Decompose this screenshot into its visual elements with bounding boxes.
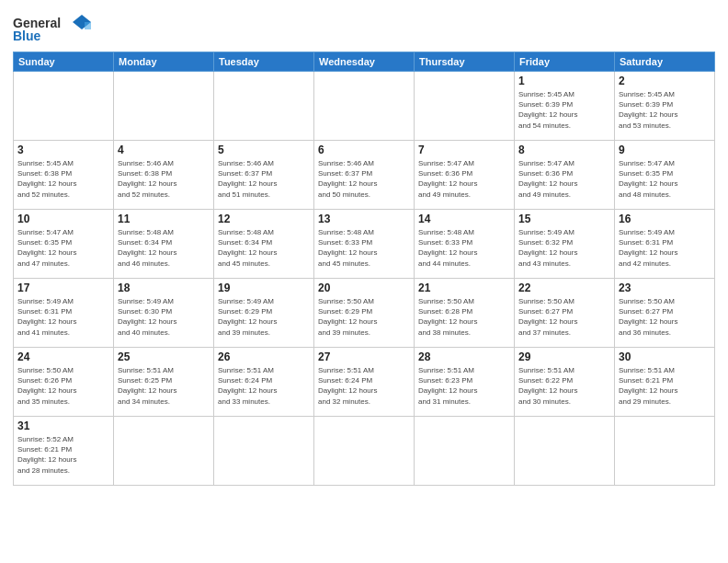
day-number: 10 <box>17 213 109 225</box>
calendar-cell: 6Sunrise: 5:46 AM Sunset: 6:37 PM Daylig… <box>314 141 415 210</box>
day-number: 26 <box>218 350 310 363</box>
day-info: Sunrise: 5:51 AM Sunset: 6:21 PM Dayligh… <box>619 365 711 407</box>
calendar-cell: 11Sunrise: 5:48 AM Sunset: 6:34 PM Dayli… <box>114 210 214 279</box>
calendar-cell <box>314 72 415 141</box>
day-number: 24 <box>17 350 109 363</box>
calendar-cell: 23Sunrise: 5:50 AM Sunset: 6:27 PM Dayli… <box>615 279 715 348</box>
svg-text:Blue: Blue <box>13 29 41 43</box>
day-info: Sunrise: 5:51 AM Sunset: 6:22 PM Dayligh… <box>518 365 610 407</box>
page: General Blue SundayMondayTuesdayWednesda… <box>0 0 728 563</box>
week-row-2: 3Sunrise: 5:45 AM Sunset: 6:38 PM Daylig… <box>14 141 715 210</box>
calendar-cell: 21Sunrise: 5:50 AM Sunset: 6:28 PM Dayli… <box>415 279 515 348</box>
day-info: Sunrise: 5:48 AM Sunset: 6:34 PM Dayligh… <box>118 227 210 269</box>
calendar-cell: 26Sunrise: 5:51 AM Sunset: 6:24 PM Dayli… <box>214 348 314 417</box>
day-number: 13 <box>318 213 410 225</box>
calendar-cell <box>214 72 314 141</box>
day-number: 8 <box>518 144 610 156</box>
day-info: Sunrise: 5:50 AM Sunset: 6:26 PM Dayligh… <box>17 365 109 407</box>
day-number: 25 <box>118 350 210 363</box>
day-number: 1 <box>518 75 610 87</box>
day-number: 29 <box>518 350 610 363</box>
day-number: 4 <box>118 144 210 156</box>
calendar-cell: 3Sunrise: 5:45 AM Sunset: 6:38 PM Daylig… <box>14 141 114 210</box>
calendar-cell: 25Sunrise: 5:51 AM Sunset: 6:25 PM Dayli… <box>114 348 214 417</box>
calendar-cell: 20Sunrise: 5:50 AM Sunset: 6:29 PM Dayli… <box>314 279 415 348</box>
calendar-cell <box>515 417 615 486</box>
day-number: 20 <box>318 282 410 294</box>
day-number: 3 <box>17 144 109 156</box>
day-info: Sunrise: 5:50 AM Sunset: 6:29 PM Dayligh… <box>318 296 410 338</box>
day-number: 22 <box>518 282 610 294</box>
calendar-cell: 5Sunrise: 5:46 AM Sunset: 6:37 PM Daylig… <box>214 141 314 210</box>
calendar-cell <box>114 417 214 486</box>
calendar-cell: 22Sunrise: 5:50 AM Sunset: 6:27 PM Dayli… <box>515 279 615 348</box>
calendar-cell: 18Sunrise: 5:49 AM Sunset: 6:30 PM Dayli… <box>114 279 214 348</box>
day-info: Sunrise: 5:47 AM Sunset: 6:36 PM Dayligh… <box>518 158 610 200</box>
day-number: 30 <box>619 350 711 363</box>
calendar-cell <box>14 72 114 141</box>
week-row-3: 10Sunrise: 5:47 AM Sunset: 6:35 PM Dayli… <box>14 210 715 279</box>
col-header-friday: Friday <box>515 52 615 72</box>
calendar-cell: 16Sunrise: 5:49 AM Sunset: 6:31 PM Dayli… <box>615 210 715 279</box>
day-info: Sunrise: 5:48 AM Sunset: 6:34 PM Dayligh… <box>218 227 310 269</box>
week-row-5: 24Sunrise: 5:50 AM Sunset: 6:26 PM Dayli… <box>14 348 715 417</box>
calendar-cell: 29Sunrise: 5:51 AM Sunset: 6:22 PM Dayli… <box>515 348 615 417</box>
logo-area: General Blue <box>13 9 96 46</box>
calendar-cell: 9Sunrise: 5:47 AM Sunset: 6:35 PM Daylig… <box>615 141 715 210</box>
calendar-cell: 19Sunrise: 5:49 AM Sunset: 6:29 PM Dayli… <box>214 279 314 348</box>
day-info: Sunrise: 5:51 AM Sunset: 6:25 PM Dayligh… <box>118 365 210 407</box>
calendar-cell <box>415 417 515 486</box>
week-row-4: 17Sunrise: 5:49 AM Sunset: 6:31 PM Dayli… <box>14 279 715 348</box>
day-info: Sunrise: 5:51 AM Sunset: 6:24 PM Dayligh… <box>318 365 410 407</box>
day-info: Sunrise: 5:45 AM Sunset: 6:39 PM Dayligh… <box>619 89 711 131</box>
col-header-wednesday: Wednesday <box>314 52 415 72</box>
day-number: 6 <box>318 144 410 156</box>
day-info: Sunrise: 5:51 AM Sunset: 6:23 PM Dayligh… <box>418 365 510 407</box>
calendar-cell <box>415 72 515 141</box>
day-number: 21 <box>418 282 510 294</box>
week-row-1: 1Sunrise: 5:45 AM Sunset: 6:39 PM Daylig… <box>14 72 715 141</box>
day-info: Sunrise: 5:50 AM Sunset: 6:27 PM Dayligh… <box>619 296 711 338</box>
day-info: Sunrise: 5:46 AM Sunset: 6:37 PM Dayligh… <box>318 158 410 200</box>
day-info: Sunrise: 5:45 AM Sunset: 6:39 PM Dayligh… <box>518 89 610 131</box>
calendar-cell: 27Sunrise: 5:51 AM Sunset: 6:24 PM Dayli… <box>314 348 415 417</box>
calendar-cell: 14Sunrise: 5:48 AM Sunset: 6:33 PM Dayli… <box>415 210 515 279</box>
calendar-cell <box>314 417 415 486</box>
day-number: 7 <box>418 144 510 156</box>
calendar-cell: 15Sunrise: 5:49 AM Sunset: 6:32 PM Dayli… <box>515 210 615 279</box>
day-info: Sunrise: 5:49 AM Sunset: 6:31 PM Dayligh… <box>619 227 711 269</box>
day-number: 14 <box>418 213 510 225</box>
calendar-cell: 2Sunrise: 5:45 AM Sunset: 6:39 PM Daylig… <box>615 72 715 141</box>
day-info: Sunrise: 5:49 AM Sunset: 6:29 PM Dayligh… <box>218 296 310 338</box>
day-number: 23 <box>619 282 711 294</box>
day-info: Sunrise: 5:46 AM Sunset: 6:38 PM Dayligh… <box>118 158 210 200</box>
day-number: 31 <box>17 419 109 432</box>
day-info: Sunrise: 5:48 AM Sunset: 6:33 PM Dayligh… <box>318 227 410 269</box>
calendar-cell: 1Sunrise: 5:45 AM Sunset: 6:39 PM Daylig… <box>515 72 615 141</box>
day-number: 19 <box>218 282 310 294</box>
day-number: 11 <box>118 213 210 225</box>
calendar-cell <box>114 72 214 141</box>
calendar-cell: 10Sunrise: 5:47 AM Sunset: 6:35 PM Dayli… <box>14 210 114 279</box>
calendar-cell: 7Sunrise: 5:47 AM Sunset: 6:36 PM Daylig… <box>415 141 515 210</box>
day-info: Sunrise: 5:49 AM Sunset: 6:31 PM Dayligh… <box>17 296 109 338</box>
day-info: Sunrise: 5:51 AM Sunset: 6:24 PM Dayligh… <box>218 365 310 407</box>
calendar-cell: 24Sunrise: 5:50 AM Sunset: 6:26 PM Dayli… <box>14 348 114 417</box>
calendar-cell: 13Sunrise: 5:48 AM Sunset: 6:33 PM Dayli… <box>314 210 415 279</box>
calendar-cell: 17Sunrise: 5:49 AM Sunset: 6:31 PM Dayli… <box>14 279 114 348</box>
calendar-table: SundayMondayTuesdayWednesdayThursdayFrid… <box>13 52 715 486</box>
day-number: 16 <box>619 213 711 225</box>
day-number: 5 <box>218 144 310 156</box>
day-number: 27 <box>318 350 410 363</box>
calendar-cell: 4Sunrise: 5:46 AM Sunset: 6:38 PM Daylig… <box>114 141 214 210</box>
col-header-monday: Monday <box>114 52 214 72</box>
svg-marker-3 <box>85 22 91 29</box>
day-info: Sunrise: 5:47 AM Sunset: 6:35 PM Dayligh… <box>17 227 109 269</box>
day-info: Sunrise: 5:46 AM Sunset: 6:37 PM Dayligh… <box>218 158 310 200</box>
week-row-6: 31Sunrise: 5:52 AM Sunset: 6:21 PM Dayli… <box>14 417 715 486</box>
header: General Blue <box>13 9 715 46</box>
day-info: Sunrise: 5:50 AM Sunset: 6:28 PM Dayligh… <box>418 296 510 338</box>
day-info: Sunrise: 5:52 AM Sunset: 6:21 PM Dayligh… <box>17 434 109 476</box>
day-info: Sunrise: 5:48 AM Sunset: 6:33 PM Dayligh… <box>418 227 510 269</box>
calendar-cell: 30Sunrise: 5:51 AM Sunset: 6:21 PM Dayli… <box>615 348 715 417</box>
